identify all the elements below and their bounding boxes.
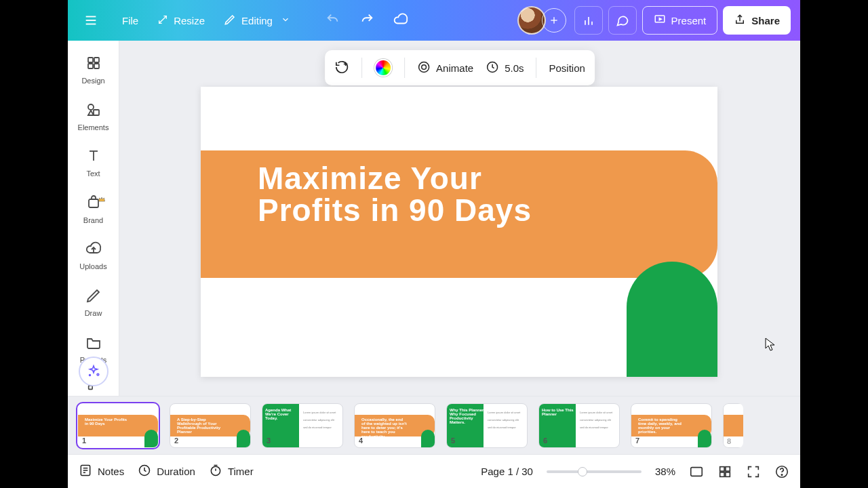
- svg-rect-11: [94, 58, 99, 62]
- svg-rect-33: [691, 467, 703, 476]
- fullscreen-button[interactable]: [746, 464, 761, 479]
- svg-point-39: [781, 474, 782, 474]
- rail-label: Text: [86, 169, 100, 178]
- regenerate-button[interactable]: [334, 60, 349, 77]
- rail-uploads[interactable]: Uploads: [70, 235, 117, 277]
- svg-rect-34: [720, 466, 724, 470]
- undo-button[interactable]: [316, 7, 350, 34]
- share-button[interactable]: Share: [723, 6, 791, 35]
- svg-point-25: [422, 64, 427, 69]
- position-button[interactable]: Position: [549, 62, 585, 74]
- svg-point-32: [211, 466, 220, 475]
- slide-canvas[interactable]: Maximize Your Profits in 90 Days: [201, 87, 717, 377]
- rail-label: Brand: [83, 216, 103, 224]
- file-menu[interactable]: File: [113, 7, 148, 34]
- present-label: Present: [671, 15, 707, 26]
- rail-draw[interactable]: Draw: [70, 281, 117, 324]
- notes-button[interactable]: Notes: [79, 464, 124, 479]
- svg-point-21: [89, 375, 90, 376]
- timer-icon: [209, 464, 222, 479]
- top-bar: File Resize Editing: [68, 0, 800, 41]
- timer-button[interactable]: Timer: [209, 464, 254, 479]
- share-label: Share: [751, 15, 780, 26]
- rail-label: Elements: [78, 123, 109, 131]
- duration-button-bottom[interactable]: Duration: [138, 464, 195, 479]
- add-collaborator-button[interactable]: [542, 8, 566, 33]
- rail-brand[interactable]: Brand: [70, 188, 117, 231]
- duration-button[interactable]: 5.0s: [486, 60, 524, 76]
- rail-text[interactable]: Text: [70, 142, 117, 184]
- page-indicator[interactable]: Page 1 / 30: [481, 466, 533, 477]
- slide-thumb[interactable]: Why This Planner? Why Focused Productivi…: [446, 403, 528, 448]
- refresh-plus-icon: [334, 60, 349, 77]
- notes-icon: [79, 464, 92, 479]
- svg-point-24: [419, 62, 429, 72]
- slide-thumb[interactable]: Maximize Your Profits in 90 Days1: [77, 403, 159, 448]
- present-button[interactable]: Present: [642, 6, 718, 35]
- cloud-sync-button[interactable]: [384, 7, 418, 34]
- resize-button[interactable]: Resize: [148, 7, 214, 34]
- zoom-value[interactable]: 38%: [655, 466, 675, 477]
- rail-label: Uploads: [79, 262, 106, 270]
- draw-icon: [85, 287, 102, 305]
- side-rail: Design Elements Text Brand Uploads D: [68, 41, 119, 396]
- grid-view-button[interactable]: [717, 464, 732, 479]
- crown-icon: [98, 195, 106, 205]
- slide-thumb[interactable]: Occasionally, the end of the weighted up…: [354, 403, 435, 448]
- redo-icon: [359, 12, 374, 29]
- slide-thumb[interactable]: A Step-by-Step Walkthrough of Your Profi…: [170, 403, 251, 448]
- slide-thumb[interactable]: How to Use This PlannerLorem ipsum dolor…: [538, 403, 620, 448]
- app-window: File Resize Editing: [68, 0, 800, 488]
- cloud-icon: [393, 12, 408, 29]
- page-toolbar: Animate 5.0s Position: [325, 50, 595, 85]
- position-label: Position: [549, 62, 585, 74]
- green-arch-shape[interactable]: [627, 262, 717, 377]
- rail-design[interactable]: Design: [70, 49, 117, 92]
- bottom-bar: Notes Duration Timer Page 1 / 30 38%: [68, 454, 800, 488]
- menu-button[interactable]: [77, 7, 104, 34]
- redo-button[interactable]: [350, 7, 384, 34]
- svg-rect-12: [88, 64, 93, 68]
- thumbnail-strip[interactable]: Maximize Your Profits in 90 Days1A Step-…: [68, 396, 800, 454]
- zoom-slider[interactable]: [547, 470, 642, 473]
- rail-label: Design: [81, 77, 104, 85]
- editing-mode-button[interactable]: Editing: [214, 7, 300, 34]
- present-icon: [654, 14, 666, 28]
- elements-icon: [85, 102, 102, 119]
- animate-button[interactable]: Animate: [417, 60, 473, 76]
- svg-rect-15: [94, 110, 99, 115]
- svg-marker-9: [659, 18, 661, 20]
- slide-thumb-partial[interactable]: 8: [723, 403, 743, 448]
- text-icon: [85, 148, 102, 165]
- slide-title[interactable]: Maximize Your Profits in 90 Days: [258, 163, 541, 226]
- body: Design Elements Text Brand Uploads D: [68, 41, 800, 396]
- pencil-icon: [224, 14, 236, 28]
- resize-icon: [157, 14, 168, 27]
- help-button[interactable]: [774, 464, 789, 479]
- rail-label: Draw: [85, 309, 102, 317]
- design-icon: [85, 55, 102, 73]
- animate-label: Animate: [436, 62, 473, 74]
- fit-view-button[interactable]: [689, 464, 704, 479]
- zoom-knob[interactable]: [578, 467, 587, 476]
- clock-icon: [138, 464, 151, 479]
- notes-label: Notes: [98, 466, 124, 477]
- uploads-icon: [85, 241, 102, 258]
- color-button[interactable]: [374, 59, 392, 77]
- chevron-down-icon: [281, 15, 290, 26]
- slide-thumb[interactable]: Commit to spending time daily, weekly, a…: [631, 403, 712, 448]
- magic-button[interactable]: [79, 357, 108, 386]
- comment-button[interactable]: [608, 6, 637, 35]
- svg-rect-35: [726, 466, 730, 470]
- file-label: File: [122, 15, 138, 26]
- slide-thumb[interactable]: Agenda What We're Cover Today.Lorem ipsu…: [262, 403, 343, 448]
- svg-point-14: [88, 104, 94, 110]
- rail-elements[interactable]: Elements: [70, 96, 117, 138]
- duration-bottom-label: Duration: [157, 466, 195, 477]
- timer-label: Timer: [228, 466, 254, 477]
- projects-icon: [85, 334, 102, 352]
- canvas-area[interactable]: Animate 5.0s Position Maximize Your Prof…: [119, 41, 800, 396]
- analytics-button[interactable]: [574, 6, 603, 35]
- color-wheel-icon: [374, 59, 392, 77]
- mouse-cursor: [765, 338, 776, 354]
